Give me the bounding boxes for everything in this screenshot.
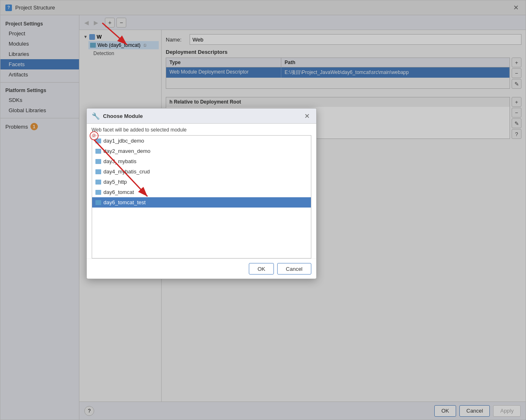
modal-subtitle: Web facet will be added to selected modu… [87,124,316,135]
module-item-day4[interactable]: day4_mybatis_crud [92,166,311,177]
module-icon: 🔧 [92,112,100,120]
choose-module-dialog: 🔧 Choose Module ✕ Web facet will be adde… [86,108,317,279]
folder-icon-day6 [95,190,101,195]
folder-icon-day6test [95,200,101,205]
module-item-day3[interactable]: day3_mybatis [92,156,311,166]
modal-ok-button[interactable]: OK [249,263,274,275]
folder-icon-day4 [95,169,101,174]
module-list: day1_jdbc_demo day2_maven_demo day3_myba… [92,135,311,258]
folder-icon-day5 [95,180,101,185]
modal-close-button[interactable]: ✕ [303,112,311,120]
modal-footer: OK Cancel [87,258,316,279]
module-item-day6[interactable]: day6_tomcat [92,187,311,197]
modal-cancel-button[interactable]: Cancel [277,263,311,275]
module-item-day1[interactable]: day1_jdbc_demo [92,136,311,146]
modal-overlay: ② 🔧 Choose Module ✕ Web facet will be ad… [0,0,526,420]
module-item-day6test[interactable]: day6_tomcat_test [92,197,311,208]
modal-title-bar: 🔧 Choose Module ✕ [87,108,316,124]
folder-icon-day1 [95,138,101,143]
svg-line-1 [102,23,127,45]
main-window: ? Project Structure ✕ Project Settings P… [0,0,526,420]
folder-icon-day2 [95,149,101,154]
module-item-day5[interactable]: day5_http [92,177,311,187]
folder-icon-day3 [95,159,101,164]
modal-title: 🔧 Choose Module [92,112,143,120]
module-item-day2[interactable]: day2_maven_demo [92,146,311,156]
